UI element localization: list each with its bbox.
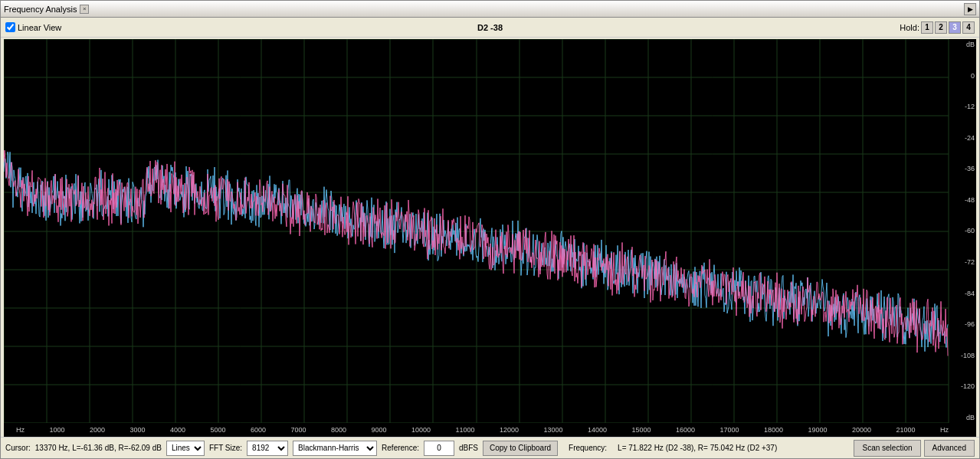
close-button[interactable]: × <box>80 5 89 14</box>
frequency-chart <box>4 39 976 423</box>
x-label-7k: 7000 <box>290 426 306 434</box>
linear-view-checkbox-area[interactable]: Linear View <box>5 22 61 32</box>
x-label-12k: 12000 <box>500 426 519 434</box>
hold-button-3[interactable]: 3 <box>949 21 961 34</box>
x-label-hz-end: Hz <box>940 426 949 434</box>
window-title: Frequency Analysis <box>4 5 77 14</box>
chart-container: dB 0 -12 -24 -36 -48 -60 -72 -84 -96 -10… <box>4 39 976 423</box>
reference-input[interactable] <box>424 441 454 456</box>
linear-view-checkbox[interactable] <box>5 22 15 32</box>
x-label-10k: 10000 <box>411 426 431 434</box>
x-label-21k: 21000 <box>896 426 915 434</box>
fft-label: FFT Size: <box>209 444 242 452</box>
reference-label: Reference: <box>382 444 419 452</box>
window-select[interactable]: Rectangular Hamming Hanning Blackmann-Ha… <box>293 441 377 456</box>
x-label-8k: 8000 <box>331 426 346 434</box>
linear-view-label: Linear View <box>18 23 61 32</box>
x-label-15k: 15000 <box>631 426 651 434</box>
frequency-label: Frequency: <box>569 444 607 452</box>
center-title: D2 -38 <box>477 23 503 32</box>
x-label-20k: 20000 <box>852 426 871 434</box>
scan-selection-button[interactable]: Scan selection <box>854 440 920 457</box>
hold-button-2[interactable]: 2 <box>935 21 947 34</box>
x-label-1k: 1000 <box>49 426 64 434</box>
x-label-3k: 3000 <box>129 426 145 434</box>
title-bar: Frequency Analysis × ▶ <box>1 1 979 18</box>
x-label-2k: 2000 <box>90 426 105 434</box>
copy-clipboard-button[interactable]: Copy to Clipboard <box>483 441 558 456</box>
advanced-button[interactable]: Advanced <box>924 440 975 457</box>
reference-unit: dBFS <box>459 444 478 452</box>
x-label-4k: 4000 <box>170 426 185 434</box>
hold-button-1[interactable]: 1 <box>921 21 933 34</box>
frequency-value: L= 71.822 Hz (D2 -38), R= 75.042 Hz (D2 … <box>618 444 777 452</box>
x-axis: Hz 1000 2000 3000 4000 5000 6000 7000 80… <box>4 423 976 437</box>
nav-arrow-button[interactable]: ▶ <box>964 3 976 15</box>
x-label-6k: 6000 <box>251 426 266 434</box>
cursor-label: Cursor: <box>5 444 31 452</box>
x-label-5k: 5000 <box>210 426 225 434</box>
hold-area: Hold: 1 2 3 4 <box>900 21 975 34</box>
toolbar-wrapper: Linear View D2 -38 Hold: 1 2 3 4 <box>5 21 975 34</box>
x-label-hz: Hz <box>16 426 25 434</box>
x-label-18k: 18000 <box>764 426 783 434</box>
x-label-9k: 9000 <box>371 426 386 434</box>
hold-label: Hold: <box>900 23 919 32</box>
x-label-16k: 16000 <box>676 426 695 434</box>
cursor-value: 13370 Hz, L=-61.36 dB, R=-62.09 dB <box>35 444 162 452</box>
hold-button-4[interactable]: 4 <box>962 21 975 34</box>
x-label-17k: 17000 <box>719 426 739 434</box>
type-select[interactable]: Lines Bars <box>166 441 205 456</box>
toolbar: Linear View D2 -38 Hold: 1 2 3 4 <box>1 18 979 38</box>
main-window: Frequency Analysis × ▶ Linear View D2 -3… <box>0 0 980 459</box>
x-label-19k: 19000 <box>808 426 827 434</box>
fft-select[interactable]: 512 1024 2048 4096 8192 16384 <box>247 441 288 456</box>
x-label-11k: 11000 <box>455 426 474 434</box>
bottom-bar: Cursor: 13370 Hz, L=-61.36 dB, R=-62.09 … <box>1 437 979 458</box>
right-buttons: Scan selection Advanced <box>854 440 975 457</box>
x-axis-labels: Hz 1000 2000 3000 4000 5000 6000 7000 80… <box>15 426 976 434</box>
x-label-13k: 13000 <box>543 426 562 434</box>
x-label-14k: 14000 <box>588 426 607 434</box>
